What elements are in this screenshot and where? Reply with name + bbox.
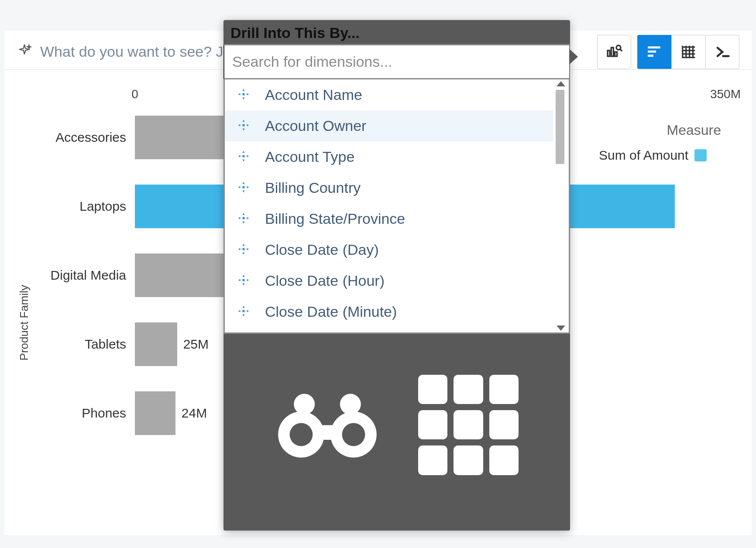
- svg-rect-0: [608, 50, 610, 56]
- bar-rect[interactable]: [135, 391, 175, 435]
- dimension-icon: [237, 304, 253, 320]
- svg-rect-2: [615, 52, 617, 56]
- svg-marker-23: [243, 120, 245, 122]
- svg-marker-43: [243, 243, 245, 246]
- legend-swatch: [694, 149, 707, 161]
- bar-rect[interactable]: [135, 322, 177, 366]
- x-tick: 350M: [710, 87, 741, 101]
- saql-view-button[interactable]: [705, 35, 739, 69]
- dimension-label: Billing Country: [265, 179, 361, 196]
- svg-rect-1: [611, 48, 613, 56]
- svg-marker-56: [247, 310, 249, 312]
- dimension-icon: [237, 87, 253, 103]
- svg-marker-21: [247, 93, 249, 95]
- svg-marker-33: [243, 182, 245, 184]
- svg-marker-45: [238, 248, 241, 250]
- dimension-icon: [237, 211, 253, 227]
- bar-value-label: 25M: [183, 337, 209, 352]
- dimension-icon: [237, 242, 253, 258]
- dimension-label: Account Name: [265, 86, 362, 103]
- svg-marker-48: [243, 274, 245, 277]
- popover-caret: [569, 49, 578, 65]
- dimension-item[interactable]: Billing State/Province: [225, 203, 553, 234]
- dimension-label: Close Date (Minute): [265, 303, 397, 320]
- svg-marker-54: [243, 314, 245, 316]
- bar-category-label: Accessories: [39, 130, 135, 145]
- legend: Measure Sum of Amount: [599, 122, 721, 163]
- dimension-item[interactable]: Close Date (Day): [225, 234, 553, 265]
- scrollbar[interactable]: [556, 81, 566, 331]
- explore-binoculars-button[interactable]: [275, 385, 380, 465]
- svg-rect-52: [243, 310, 245, 312]
- svg-rect-7: [648, 55, 653, 57]
- svg-marker-53: [243, 305, 245, 308]
- svg-rect-32: [243, 186, 245, 188]
- dimension-label: Close Date (Day): [265, 241, 379, 258]
- svg-marker-49: [243, 283, 245, 285]
- toolbar-right: [597, 35, 739, 69]
- svg-marker-41: [247, 217, 249, 219]
- scroll-down-icon[interactable]: [557, 325, 565, 331]
- svg-marker-38: [243, 212, 245, 215]
- dimension-icon: [237, 149, 253, 165]
- svg-rect-61: [317, 425, 338, 440]
- dimension-search-input[interactable]: [223, 44, 570, 79]
- legend-title: Measure: [599, 122, 721, 138]
- svg-rect-47: [243, 279, 245, 281]
- table-view-button[interactable]: [671, 35, 705, 69]
- dimension-item[interactable]: Account Name: [225, 79, 553, 110]
- svg-marker-19: [243, 97, 245, 99]
- legend-item[interactable]: Sum of Amount: [599, 148, 721, 163]
- dimension-label: Account Type: [265, 148, 354, 165]
- svg-marker-25: [238, 124, 241, 126]
- bar-category-label: Digital Media: [39, 268, 135, 283]
- svg-rect-17: [243, 93, 245, 95]
- dimension-item[interactable]: Billing Country: [225, 172, 553, 203]
- svg-marker-36: [247, 186, 249, 188]
- dimension-icon: [237, 273, 253, 289]
- svg-marker-28: [243, 151, 245, 153]
- svg-line-4: [620, 49, 622, 51]
- explore-button[interactable]: [597, 35, 631, 69]
- svg-marker-18: [243, 89, 245, 91]
- dimension-item[interactable]: Account Type: [225, 141, 553, 172]
- svg-point-62: [294, 394, 315, 414]
- svg-marker-20: [238, 93, 241, 95]
- svg-marker-30: [238, 155, 241, 157]
- svg-marker-35: [238, 186, 241, 188]
- grid-icon: [418, 375, 519, 475]
- dimension-item[interactable]: Close Date (Minute): [225, 296, 553, 327]
- svg-marker-44: [243, 252, 245, 254]
- svg-point-59: [290, 423, 313, 446]
- grid-apps-button[interactable]: [418, 375, 519, 475]
- dimension-item[interactable]: Account Owner: [225, 110, 553, 141]
- popover-action-row: [223, 332, 570, 516]
- svg-rect-27: [243, 155, 245, 157]
- svg-rect-37: [243, 217, 245, 219]
- view-toggle-group: [637, 35, 739, 69]
- dimension-label: Close Date (Hour): [265, 272, 385, 289]
- svg-marker-46: [247, 248, 249, 250]
- svg-rect-22: [243, 124, 245, 126]
- dimension-icon: [237, 118, 253, 134]
- dimension-icon: [237, 180, 253, 196]
- scroll-up-icon[interactable]: [557, 81, 565, 86]
- scroll-thumb[interactable]: [556, 90, 564, 164]
- svg-marker-24: [243, 128, 245, 130]
- svg-marker-51: [247, 279, 249, 281]
- bar-category-label: Phones: [39, 406, 135, 421]
- svg-marker-34: [243, 190, 245, 192]
- bar-value-label: 24M: [182, 406, 207, 421]
- bar-category-label: Tablets: [39, 337, 135, 352]
- svg-rect-6: [648, 50, 656, 52]
- dimension-label: Billing State/Province: [265, 210, 405, 227]
- dimension-list: Account NameAccount OwnerAccount TypeBil…: [225, 79, 553, 332]
- dimension-label: Account Owner: [265, 117, 366, 134]
- dimension-list-wrap: Account NameAccount OwnerAccount TypeBil…: [223, 79, 570, 332]
- dimension-item[interactable]: Close Date (Hour): [225, 265, 553, 296]
- x-tick: 0: [131, 87, 138, 101]
- bar-category-label: Laptops: [39, 199, 135, 214]
- drill-popover-title: Drill Into This By...: [223, 20, 570, 44]
- svg-point-63: [340, 394, 361, 414]
- bar-chart-view-button[interactable]: [637, 35, 671, 69]
